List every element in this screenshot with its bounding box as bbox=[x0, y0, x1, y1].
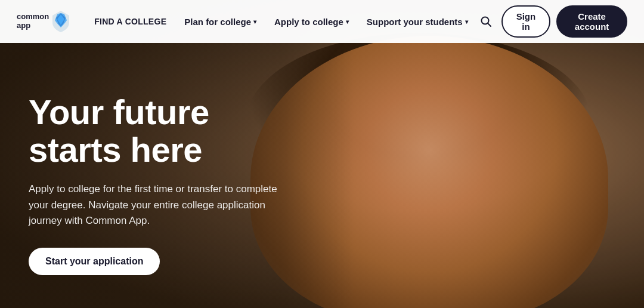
navigation: common app FIND A COLLEGE Plan for colle… bbox=[0, 0, 644, 43]
svg-line-1 bbox=[488, 23, 491, 26]
hero-content: Your future starts here Apply to college… bbox=[29, 94, 291, 275]
hero-section: Your future starts here Apply to college… bbox=[0, 0, 644, 308]
nav-actions: Sign in Create account bbox=[476, 5, 627, 38]
create-account-button[interactable]: Create account bbox=[556, 5, 627, 38]
signin-button[interactable]: Sign in bbox=[501, 5, 551, 38]
hero-description: Apply to college for the first time or t… bbox=[29, 181, 291, 229]
nav-links: FIND A COLLEGE Plan for college ▾ Apply … bbox=[86, 12, 476, 32]
logo-icon bbox=[52, 11, 69, 32]
apply-college-chevron-icon: ▾ bbox=[346, 19, 349, 25]
start-application-button[interactable]: Start your application bbox=[29, 248, 160, 275]
nav-support-students[interactable]: Support your students ▾ bbox=[358, 12, 476, 32]
search-button[interactable] bbox=[476, 12, 496, 31]
nav-find-college[interactable]: FIND A COLLEGE bbox=[86, 12, 175, 31]
hero-title: Your future starts here bbox=[29, 94, 291, 168]
search-icon bbox=[480, 16, 492, 27]
logo-text: common app bbox=[17, 13, 49, 30]
logo[interactable]: common app bbox=[17, 11, 69, 32]
support-students-chevron-icon: ▾ bbox=[465, 19, 468, 25]
plan-college-chevron-icon: ▾ bbox=[253, 19, 256, 25]
nav-plan-college[interactable]: Plan for college ▾ bbox=[176, 12, 265, 32]
nav-apply-college[interactable]: Apply to college ▾ bbox=[266, 12, 357, 32]
